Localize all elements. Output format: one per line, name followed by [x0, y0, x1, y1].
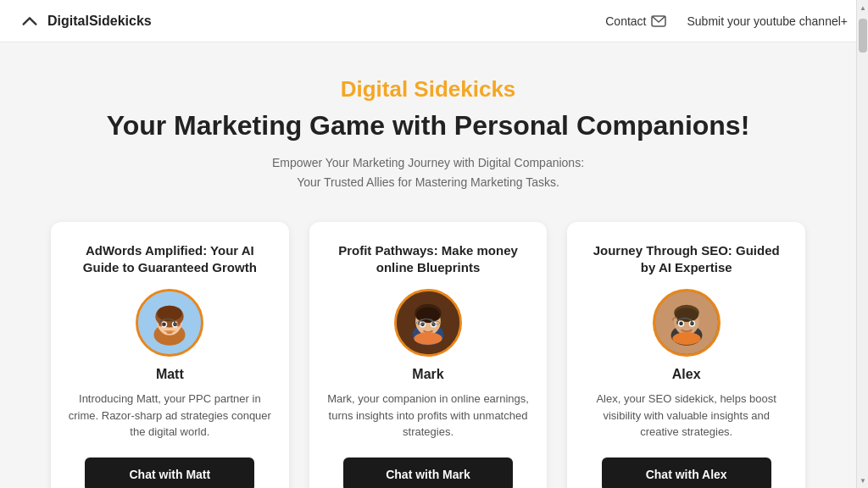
mail-icon [651, 15, 666, 27]
scrollbar-thumb[interactable] [859, 19, 867, 53]
scrollbar-arrow-down[interactable]: ▼ [857, 474, 868, 486]
card-alex-title: Journey Through SEO: Guided by AI Expert… [584, 242, 788, 275]
card-mark-title: Profit Pathways: Make money online Bluep… [326, 242, 531, 275]
chat-mark-button[interactable]: Chat with Mark [343, 458, 513, 488]
logo-icon [20, 12, 39, 30]
contact-label: Contact [605, 14, 646, 28]
cards-container: AdWords Amplified: Your AI Guide to Guar… [51, 222, 805, 488]
brand-container: DigitalSidekicks [20, 12, 152, 30]
svg-rect-11 [176, 322, 181, 327]
avatar-alex [653, 289, 721, 357]
card-matt: AdWords Amplified: Your AI Guide to Guar… [51, 222, 289, 488]
card-matt-title: AdWords Amplified: Your AI Guide to Guar… [68, 242, 272, 275]
avatar-matt [136, 289, 203, 357]
hero-section: Digital Sidekicks Your Marketing Game wi… [51, 76, 805, 191]
card-matt-description: Introducing Matt, your PPC partner in cr… [68, 391, 272, 441]
card-mark-name: Mark [412, 367, 443, 382]
chat-alex-button[interactable]: Chat with Alex [602, 458, 771, 488]
brand-name: DigitalSidekicks [47, 14, 152, 29]
scrollbar[interactable]: ▲ ▼ [856, 0, 868, 488]
card-mark-description: Mark, your companion in online earnings,… [326, 391, 531, 441]
svg-rect-10 [159, 322, 164, 327]
card-matt-name: Matt [156, 367, 184, 382]
hero-desc-line1: Empower Your Marketing Journey with Digi… [272, 156, 584, 169]
svg-point-34 [679, 322, 683, 326]
card-alex-description: Alex, your SEO sidekick, helps boost vis… [584, 391, 788, 441]
scrollbar-arrow-up[interactable]: ▲ [857, 2, 868, 14]
main-content: Digital Sidekicks Your Marketing Game wi… [0, 42, 856, 488]
hero-subtitle: Digital Sidekicks [51, 76, 805, 103]
submit-channel-link[interactable]: Submit your youtube channel+ [687, 14, 848, 28]
contact-link[interactable]: Contact [605, 14, 666, 28]
navbar: DigitalSidekicks Contact Submit your you… [0, 0, 868, 42]
svg-point-36 [672, 332, 700, 345]
hero-title: Your Marketing Game with Personal Compan… [51, 109, 805, 141]
hero-description: Empower Your Marketing Journey with Digi… [51, 153, 805, 191]
svg-point-26 [414, 332, 442, 345]
avatar-mark [394, 289, 462, 357]
card-alex: Journey Through SEO: Guided by AI Expert… [567, 222, 805, 488]
hero-desc-line2: Your Trusted Allies for Mastering Market… [297, 175, 559, 189]
card-alex-name: Alex [672, 367, 701, 382]
chat-matt-button[interactable]: Chat with Matt [85, 458, 254, 488]
card-mark: Profit Pathways: Make money online Bluep… [309, 222, 548, 488]
navbar-right: Contact Submit your youtube channel+ [605, 14, 848, 28]
